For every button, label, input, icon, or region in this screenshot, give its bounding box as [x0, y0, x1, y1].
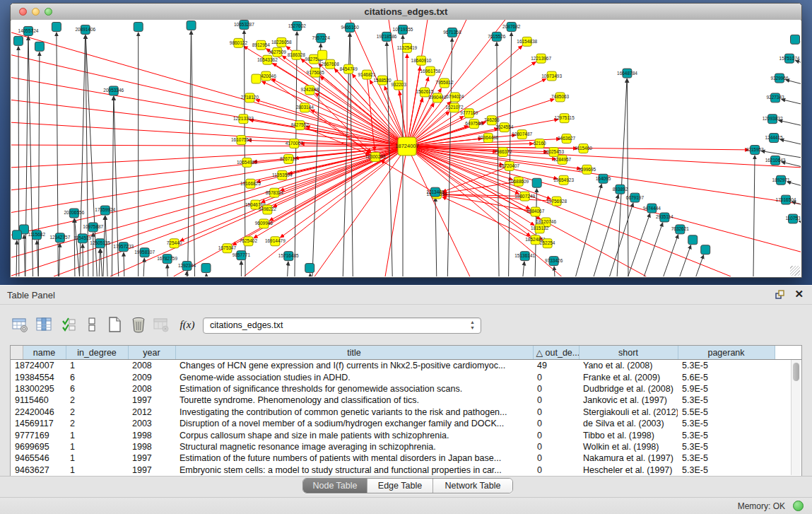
graph-node-label: 1562615 — [416, 89, 434, 94]
cell-in_degree: 1 — [66, 441, 128, 452]
cell-pagerank: 5.3E-5 — [678, 452, 775, 464]
graph-node[interactable] — [187, 21, 196, 30]
column-header-title[interactable]: title — [175, 346, 533, 360]
graph-node-label: 1892971 — [772, 177, 790, 182]
table-corner-cell — [11, 346, 23, 360]
cell-short: Tibbo et al. (1998) — [579, 429, 678, 440]
table-scrollbar[interactable] — [791, 360, 801, 475]
graph-node-label: 252254 — [540, 240, 555, 245]
column-header-pagerank[interactable]: pagerank — [678, 346, 775, 360]
graph-node-label: 19756928 — [546, 199, 567, 204]
graph-node-label: 18807249 — [514, 194, 535, 199]
network-canvas[interactable]: 1872400714055724208914061065328715276029… — [11, 20, 801, 276]
table-toolbar: f(x) citations_edges.txt ▲▼ — [0, 305, 812, 344]
cell-name: 22420046 — [11, 407, 66, 418]
graph-node-label: 164095 — [596, 176, 611, 181]
cell-title: Embryonic stem cells: a model to study s… — [175, 465, 533, 476]
graph-node[interactable] — [791, 35, 800, 44]
column-header-name[interactable]: name — [23, 346, 66, 360]
graph-node[interactable] — [134, 22, 143, 31]
table-row[interactable]: 2242004622012Investigating the contribut… — [11, 407, 801, 418]
cell-in_degree: 1 — [66, 429, 128, 440]
column-header-year[interactable]: year — [128, 346, 175, 360]
cell-year: 2009 — [128, 371, 175, 382]
table-row[interactable]: 969969511998Structural magnetic resonanc… — [11, 441, 801, 452]
graph-node-label: 16648784 — [617, 71, 637, 76]
graph-node[interactable] — [13, 36, 23, 45]
table-type-tabs: Node TableEdge TableNetwork Table — [302, 478, 513, 493]
table-row[interactable]: 1938455462009Genome-wide association stu… — [11, 371, 801, 382]
table-row[interactable]: 1456911722003Disruption of a novel membe… — [11, 418, 801, 429]
delete-trash-icon[interactable] — [129, 315, 148, 334]
graph-node-label: 9115460 — [575, 146, 592, 151]
cell-out_degree: 49 — [533, 360, 579, 372]
status-bar: Memory: OK — [0, 497, 812, 514]
graph-node-label: 15720407 — [499, 163, 519, 168]
table-row[interactable]: 946362711997Embryonic stem cells: a mode… — [11, 465, 801, 476]
select-columns-icon[interactable] — [34, 315, 54, 334]
graph-node[interactable] — [201, 264, 211, 273]
graph-node-label: 7632621 — [671, 226, 690, 231]
graph-node-label: 17957233 — [113, 244, 134, 249]
graph-node-label: 1675347 — [218, 245, 237, 250]
cell-short: Franke et al. (2009) — [579, 371, 678, 382]
cell-year: 1997 — [128, 465, 175, 476]
tab-edge-table[interactable]: Edge Table — [367, 479, 433, 493]
cell-year: 2012 — [128, 407, 175, 418]
table-row[interactable]: 1872400712008Changes of HCN gene express… — [11, 360, 801, 372]
tab-network-table[interactable]: Network Table — [433, 479, 512, 493]
cell-year: 2008 — [128, 360, 175, 372]
cell-name: 9463627 — [11, 465, 66, 476]
column-header-out_degree[interactable]: △ out_de... — [533, 346, 579, 360]
graph-node-label: 1527602 — [288, 23, 307, 28]
row-checks-icon[interactable] — [59, 315, 79, 334]
citation-network-graph[interactable]: 1872400714055724208914061065328715276029… — [11, 20, 801, 276]
graph-node[interactable] — [12, 230, 21, 240]
cell-out_degree: 0 — [533, 429, 579, 440]
graph-node[interactable] — [305, 264, 314, 273]
graph-node[interactable] — [688, 235, 698, 245]
table-row[interactable]: 911546021997Tourette syndrome. Phenomeno… — [11, 395, 801, 406]
graph-node-label: 18724007 — [395, 143, 418, 149]
memory-ok-indicator — [793, 501, 804, 511]
node-table[interactable]: namein_degreeyeartitle△ out_de...shortpa… — [10, 345, 802, 477]
graph-node-label: 12093832 — [763, 116, 783, 121]
column-header-short[interactable]: short — [579, 346, 678, 360]
new-document-icon[interactable] — [105, 315, 124, 334]
graph-node-label: 1815132 — [531, 226, 549, 230]
graph-node[interactable] — [701, 245, 710, 255]
table-row[interactable]: 1830029562008Estimation of significance … — [11, 383, 801, 395]
cell-pagerank: 5.3E-5 — [678, 418, 775, 429]
float-panel-icon[interactable] — [775, 290, 785, 300]
cell-year: 2003 — [128, 418, 175, 429]
graph-node[interactable] — [252, 74, 261, 83]
cell-short: Nakamura et al. (1997) — [579, 452, 678, 464]
graph-node[interactable] — [532, 178, 541, 187]
network-window-titlebar[interactable]: citations_edges.txt — [11, 4, 801, 21]
window-resize-grip[interactable] — [790, 266, 800, 276]
table-settings-icon[interactable] — [10, 315, 30, 334]
graph-node-label: 19166825 — [240, 181, 261, 186]
graph-node-label: 12975115 — [554, 115, 575, 120]
cell-out_degree: 0 — [533, 418, 579, 429]
table-row[interactable]: 977716911998Corpus callosum shape and si… — [11, 429, 801, 440]
tab-node-table[interactable]: Node Table — [303, 479, 367, 493]
graph-node-label: 725440 — [167, 240, 182, 245]
cell-title: Estimation of significance thresholds fo… — [175, 383, 533, 395]
graph-node-label: 16961758 — [420, 69, 441, 74]
cell-out_degree: 0 — [533, 383, 579, 395]
graph-node-label: 2935114 — [656, 214, 673, 219]
graph-node[interactable] — [52, 22, 61, 31]
function-builder-icon[interactable]: f(x) — [175, 315, 199, 334]
close-panel-icon[interactable]: ✕ — [794, 288, 804, 300]
cell-out_degree: 0 — [533, 407, 579, 418]
graph-node[interactable] — [318, 50, 327, 59]
graph-node[interactable] — [35, 42, 44, 51]
merge-rows-icon[interactable] — [82, 315, 102, 334]
table-row[interactable]: 946554611997Estimation of the future num… — [11, 452, 801, 464]
graph-node-label: 11325419 — [397, 45, 418, 50]
column-header-in_degree[interactable]: in_degree — [66, 346, 128, 360]
cell-year: 1998 — [128, 441, 175, 452]
table-scrollbar-thumb[interactable] — [793, 363, 799, 381]
table-selector-dropdown[interactable]: citations_edges.txt ▲▼ — [203, 317, 481, 334]
